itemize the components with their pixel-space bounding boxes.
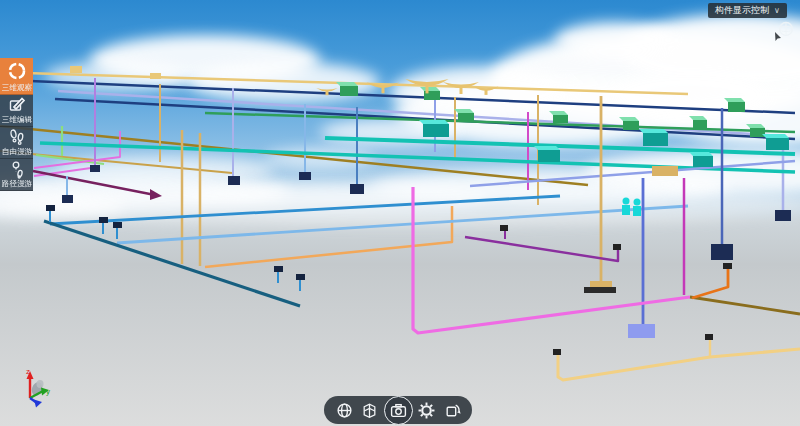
camera-icon xyxy=(390,402,407,419)
gear-icon xyxy=(418,402,435,419)
axis-y-label: y xyxy=(46,387,50,396)
sidebar-item-observe[interactable]: 三维观察 xyxy=(0,58,33,95)
component-display-control-label: 构件显示控制 xyxy=(715,4,769,17)
globe-icon xyxy=(336,402,353,419)
sidebar-item-label: 三维编辑 xyxy=(1,115,31,124)
reset-rotate-icon xyxy=(444,402,461,419)
axis-z-label: z xyxy=(26,367,30,376)
sidebar-item-label: 三维观察 xyxy=(1,83,31,92)
sidebar-item-free-roam[interactable]: 自由漫游 xyxy=(0,127,33,159)
sidebar-item-label: 自由漫游 xyxy=(1,147,31,156)
pin-footprint-icon xyxy=(7,159,27,179)
sidebar-item-edit[interactable]: 三维编辑 xyxy=(0,95,33,127)
footprints-icon xyxy=(7,127,27,147)
viewpoint-button[interactable] xyxy=(332,398,356,422)
app-window: z y 三维观察 三维编辑 xyxy=(0,0,800,426)
cube-edit-icon xyxy=(7,95,27,115)
donut-icon xyxy=(7,58,27,83)
screenshot-button[interactable] xyxy=(384,396,413,425)
settings-button[interactable] xyxy=(414,398,438,422)
bottom-toolbar xyxy=(324,396,472,424)
gizmo-cube-top xyxy=(37,380,44,388)
floors-button[interactable] xyxy=(358,398,382,422)
viewport-3d[interactable]: z y xyxy=(0,0,800,426)
reset-view-button[interactable] xyxy=(440,398,464,422)
chevron-down-icon: ∨ xyxy=(774,7,780,15)
left-tool-sidebar: 三维观察 三维编辑 自由漫游 xyxy=(0,58,33,191)
sidebar-item-path-roam[interactable]: 路径漫游 xyxy=(0,159,33,191)
floors-icon xyxy=(361,402,378,419)
orbit-cursor-icon xyxy=(770,20,796,48)
component-display-control-button[interactable]: 构件显示控制 ∨ xyxy=(708,3,787,18)
sidebar-item-label: 路径漫游 xyxy=(1,179,31,188)
